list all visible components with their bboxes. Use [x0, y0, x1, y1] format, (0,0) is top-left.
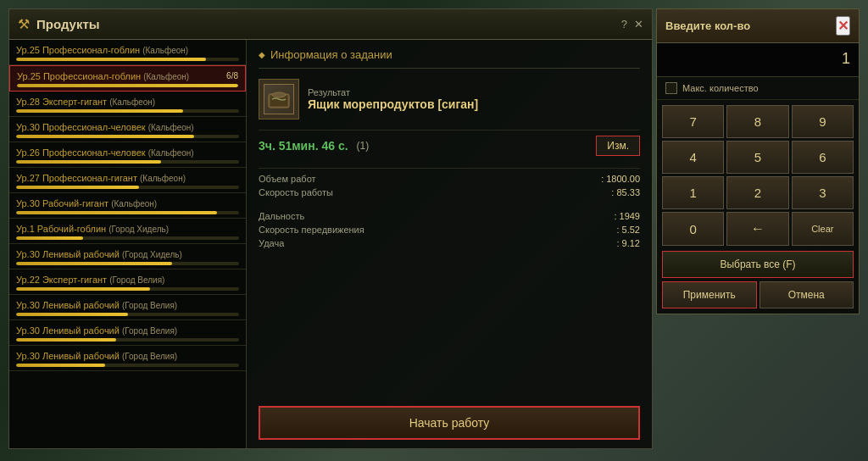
select-all-button[interactable]: Выбрать все (F) — [662, 251, 854, 278]
worker-full-name: Ур.30 Ленивый рабочий (Город Велия) — [16, 325, 177, 336]
worker-count: 6/8 — [226, 71, 238, 81]
numpad-digit-3[interactable]: 3 — [792, 176, 854, 209]
stat-label: Объем работ — [259, 174, 316, 184]
worker-item[interactable]: Ур.27 Профессионал-гигант (Кальфеон) — [9, 168, 246, 193]
numpad-digit-5[interactable]: 5 — [726, 141, 788, 174]
numpad-title: Введите кол-во — [665, 19, 750, 32]
stat-value: : 1800.00 — [601, 174, 640, 184]
worker-bar-bg — [16, 338, 239, 342]
worker-item[interactable]: Ур.1 Рабочий-гоблин (Город Хидель) — [9, 219, 246, 244]
worker-full-name: Ур.1 Рабочий-гоблин (Город Хидель) — [16, 224, 169, 234]
worker-bar-bg — [16, 313, 239, 316]
help-button[interactable]: ? — [621, 18, 627, 31]
clear-button[interactable]: Clear — [792, 212, 854, 246]
worker-bar — [16, 211, 217, 214]
stat-value: : 9.12 — [616, 238, 640, 248]
numpad-checkbox-row: Макс. количество — [657, 77, 859, 100]
worker-item[interactable]: Ур.30 Профессионал-человек (Кальфеон) — [9, 117, 246, 142]
worker-name: Ур.27 Профессионал-гигант (Кальфеон) — [16, 173, 239, 183]
worker-name: Ур.30 Профессионал-человек (Кальфеон) — [16, 122, 239, 132]
worker-bar — [16, 313, 128, 316]
task-count: (1) — [357, 140, 370, 152]
worker-item[interactable]: Ур.25 Профессионал-гоблин (Кальфеон) — [9, 40, 246, 65]
main-window: ⚒ Продукты ? ✕ Ур.25 Профессионал-гоблин… — [8, 8, 653, 449]
task-icon — [259, 79, 299, 119]
worker-item[interactable]: Ур.30 Рабочий-гигант (Кальфеон) — [9, 193, 246, 219]
worker-list[interactable]: Ур.25 Профессионал-гоблин (Кальфеон)Ур.2… — [9, 40, 247, 448]
cancel-button[interactable]: Отмена — [760, 281, 854, 308]
numpad-digit-7[interactable]: 7 — [662, 105, 724, 138]
worker-name: Ур.25 Профессионал-гоблин (Кальфеон) — [16, 45, 239, 55]
worker-full-name: Ур.22 Эксперт-гигант (Город Велия) — [16, 275, 164, 285]
numpad-digit-8[interactable]: 8 — [726, 105, 788, 138]
numpad-digit-9[interactable]: 9 — [792, 105, 854, 138]
worker-bar-bg — [16, 135, 239, 138]
max-quantity-checkbox[interactable] — [665, 82, 677, 94]
stat-label: Скорость работы — [259, 187, 333, 197]
izm-button[interactable]: Изм. — [596, 136, 640, 156]
worker-item[interactable]: Ур.22 Эксперт-гигант (Город Велия) — [9, 269, 246, 295]
numpad-action-row: Применить Отмена — [657, 281, 859, 314]
worker-bar-bg — [16, 186, 239, 189]
task-header-label: Информация о задании — [270, 48, 392, 61]
worker-bar-bg — [16, 287, 239, 291]
titlebar-controls: ? ✕ — [621, 18, 643, 31]
worker-bar — [16, 236, 83, 240]
worker-item[interactable]: Ур.30 Ленивый рабочий (Город Хидель) — [9, 244, 246, 269]
worker-name: Ур.30 Ленивый рабочий (Город Велия) — [16, 351, 239, 361]
numpad-grid: 7894561230←Clear — [657, 100, 859, 251]
worker-bar-bg — [16, 236, 239, 240]
stat-row: Удача: 9.12 — [259, 238, 640, 248]
worker-name: Ур.25 Профессионал-гоблин (Кальфеон)6/8 — [17, 71, 238, 81]
start-work-button[interactable]: Начать работу — [259, 406, 640, 440]
numpad-digit-0[interactable]: 0 — [662, 212, 724, 246]
worker-name: Ур.28 Эксперт-гигант (Кальфеон) — [16, 97, 239, 107]
worker-full-name: Ур.25 Профессионал-гоблин (Кальфеон) — [17, 71, 189, 81]
worker-item[interactable]: Ур.30 Ленивый рабочий (Город Велия) — [9, 320, 246, 346]
titlebar: ⚒ Продукты ? ✕ — [9, 9, 652, 40]
worker-bar — [16, 287, 150, 291]
worker-full-name: Ур.30 Рабочий-гигант (Кальфеон) — [16, 198, 157, 208]
worker-full-name: Ур.26 Профессионал-человек (Кальфеон) — [16, 147, 194, 158]
worker-item[interactable]: Ур.30 Ленивый рабочий (Город Велия) — [9, 295, 246, 320]
worker-bar — [16, 338, 116, 342]
diamond-icon: ◆ — [259, 50, 265, 59]
apply-button[interactable]: Применить — [662, 281, 757, 308]
worker-full-name: Ур.30 Ленивый рабочий (Город Велия) — [16, 300, 177, 310]
numpad-digit-1[interactable]: 1 — [662, 176, 724, 209]
worker-full-name: Ур.25 Профессионал-гоблин (Кальфеон) — [16, 45, 188, 55]
task-header: ◆ Информация о задании — [259, 48, 640, 69]
numpad-digit-4[interactable]: 4 — [662, 141, 724, 174]
stat-row: Дальность: 1949 — [259, 211, 640, 221]
task-result-info: Результат Ящик морепродуктов [сиган] — [308, 87, 478, 111]
worker-bar — [16, 58, 206, 61]
stat-row: Объем работ: 1800.00 — [259, 174, 640, 184]
worker-bar — [16, 186, 139, 189]
worker-item[interactable]: Ур.28 Эксперт-гигант (Кальфеон) — [9, 92, 246, 117]
max-quantity-label: Макс. количество — [682, 83, 759, 93]
task-time: 3ч. 51мин. 46 с. — [259, 139, 348, 153]
numpad-digit-2[interactable]: 2 — [726, 176, 788, 209]
worker-bar — [16, 364, 105, 367]
worker-name: Ур.30 Ленивый рабочий (Город Велия) — [16, 325, 239, 336]
window-title: Продукты — [36, 17, 615, 31]
close-button[interactable]: ✕ — [634, 18, 643, 31]
stat-row: Скорость работы: 85.33 — [259, 187, 640, 197]
worker-item[interactable]: Ур.25 Профессионал-гоблин (Кальфеон)6/8 — [9, 65, 246, 92]
worker-bar — [16, 109, 183, 113]
worker-full-name: Ур.30 Ленивый рабочий (Город Велия) — [16, 351, 177, 361]
worker-name: Ур.26 Профессионал-человек (Кальфеон) — [16, 147, 239, 158]
worker-bar — [16, 135, 194, 138]
worker-bar — [17, 84, 238, 87]
stat-value: : 1949 — [614, 211, 640, 221]
worker-item[interactable]: Ур.30 Ленивый рабочий (Город Велия) — [9, 346, 246, 371]
worker-bar-bg — [16, 160, 239, 164]
worker-item[interactable]: Ур.26 Профессионал-человек (Кальфеон) — [9, 142, 246, 168]
stat-label: Дальность — [259, 211, 304, 221]
numpad-close-button[interactable]: ✕ — [836, 16, 850, 36]
worker-bar-bg — [17, 84, 238, 87]
numpad-digit-6[interactable]: 6 — [792, 141, 854, 174]
task-time-row: 3ч. 51мин. 46 с. (1) Изм. — [259, 130, 640, 161]
worker-name: Ур.30 Ленивый рабочий (Город Хидель) — [16, 249, 239, 259]
backspace-button[interactable]: ← — [726, 212, 788, 246]
